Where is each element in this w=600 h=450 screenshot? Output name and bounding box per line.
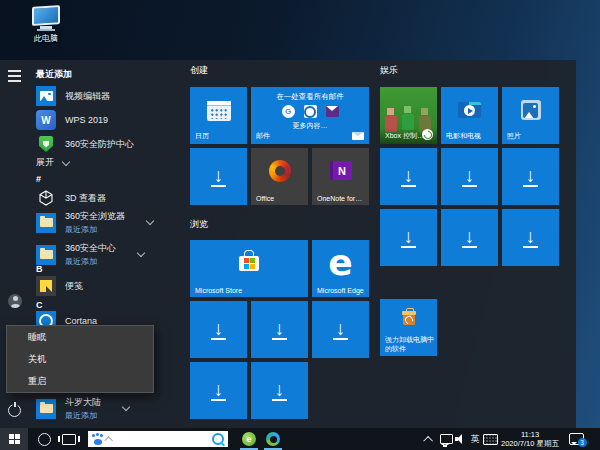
task-view-button[interactable] [60,428,78,450]
expand-button[interactable]: 展开 [36,156,178,169]
tile-onenote[interactable]: N OneNote for… [312,148,369,205]
tile-download-pending[interactable]: ↓ [312,301,369,358]
movies-tv-icon [458,102,481,118]
this-pc-icon [24,6,68,31]
start-button[interactable] [0,428,28,450]
tile-download-pending[interactable]: ↓ [441,148,498,205]
tile-download-pending[interactable]: ↓ [502,209,559,266]
video-editor-icon [36,86,56,106]
download-arrow-icon: ↓ [251,301,308,358]
group-header-entertainment: 娱乐 [380,64,398,77]
baidu-search-box[interactable] [88,431,228,447]
tray-network-button[interactable] [438,428,454,450]
cortana-button[interactable] [36,428,52,450]
tile-office[interactable]: Office [251,148,308,205]
app-row-video-editor[interactable]: 视频编辑器 [36,86,178,106]
tray-volume-button[interactable] [454,428,468,450]
clock-date: 2020/7/10 星期五 [501,439,559,448]
download-arrow-icon: ↓ [190,362,247,419]
browser-360-icon: e [242,432,256,446]
photos-icon [521,100,541,120]
tile-photos[interactable]: 照片 [502,87,559,144]
chevron-up-icon [423,435,433,445]
app-row-3d-viewer[interactable]: 3D 查看器 [36,188,178,208]
taskbar-360-safety-button[interactable] [264,428,282,450]
download-arrow-icon: ↓ [380,148,437,205]
group-header-browse: 浏览 [190,218,208,231]
uninstaller-bin-icon [400,309,418,325]
network-icon [440,434,453,444]
app-row-douluo-folder[interactable]: 斗罗大陆 最近添加 [36,396,178,421]
sticky-note-icon [36,276,56,296]
download-arrow-icon: ↓ [251,362,308,419]
tile-download-pending[interactable]: ↓ [190,301,247,358]
app-row-360-security-center-folder[interactable]: 360安全中心 最近添加 [36,242,178,267]
this-pc-desktop-icon[interactable]: 此电脑 [24,6,68,44]
folder-icon [36,399,56,419]
cube-icon [36,188,56,208]
user-avatar-icon [8,294,22,308]
tray-ime-button[interactable]: 英 [468,428,482,450]
download-arrow-icon: ↓ [312,301,369,358]
edge-logo-icon: e [312,242,369,283]
app-row-360-browser-folder[interactable]: 360安全浏览器 最近添加 [36,210,178,235]
folder-icon [36,213,56,233]
speaker-icon [455,434,467,444]
xbox-avatar-figure [401,106,414,130]
swirl-360-icon [266,432,280,446]
section-letter: C [36,300,43,310]
download-arrow-icon: ↓ [380,209,437,266]
tile-xbox[interactable]: Xbox 控制… [380,87,437,144]
hamburger-menu-button[interactable] [8,70,24,86]
task-view-icon [62,434,76,445]
power-button[interactable] [8,404,24,420]
onenote-logo-icon: N [330,161,352,180]
purple-mail-icon [326,106,339,117]
tile-microsoft-edge[interactable]: e Microsoft Edge [312,240,369,297]
menu-item-restart[interactable]: 重启 [7,370,153,392]
section-letter: B [36,264,43,274]
section-letter: # [36,174,41,184]
chevron-down-icon [137,249,145,257]
clock-time: 11:13 [521,430,539,439]
shield-icon [36,134,56,154]
tray-clock[interactable]: 11:13 2020/7/10 星期五 [498,428,562,450]
download-arrow-icon: ↓ [502,148,559,205]
keyboard-icon [483,434,498,445]
baidu-paw-icon [92,434,104,445]
tile-download-pending[interactable]: ↓ [380,148,437,205]
office-logo-icon [269,160,291,182]
tile-download-pending[interactable]: ↓ [380,209,437,266]
app-row-360-security-guard[interactable]: 360安全防护中心 [36,134,178,154]
menu-item-sleep[interactable]: 睡眠 [7,326,153,348]
tile-download-pending[interactable]: ↓ [190,362,247,419]
app-row-sticky-notes[interactable]: 便笺 [36,276,178,296]
tile-force-uninstaller[interactable]: 强力卸载电脑中 的软件 [380,299,437,356]
tile-download-pending[interactable]: ↓ [251,362,308,419]
notification-bubble-icon: 3 [569,433,584,445]
tile-download-pending[interactable]: ↓ [441,209,498,266]
download-arrow-icon: ↓ [502,209,559,266]
tile-calendar[interactable]: 日历 [190,87,247,144]
taskbar-360-browser-button[interactable]: e [240,428,258,450]
tile-download-pending[interactable]: ↓ [251,301,308,358]
app-row-wps-2019[interactable]: W WPS 2019 [36,110,178,130]
tile-download-pending[interactable]: ↓ [502,148,559,205]
screen: 此电脑 最近添加 视频编辑器 W WPS 2019 360安全防护中心 展开 [0,0,600,450]
taskbar: e 英 11:13 2020/7/10 星期五 3 [0,428,600,450]
recent-added-header: 最近添加 [36,68,72,81]
menu-item-shutdown[interactable]: 关机 [7,348,153,370]
action-center-button[interactable]: 3 [566,428,586,450]
download-arrow-icon: ↓ [190,148,247,205]
tile-download-pending[interactable]: ↓ [190,148,247,205]
tile-movies-tv[interactable]: 电影和电视 [441,87,498,144]
ime-indicator: 英 [471,433,480,446]
envelope-icon [352,132,364,140]
tray-touch-keyboard-button[interactable] [482,428,498,450]
tile-mail[interactable]: 在一处查看所有邮件 G 更多内容… 邮件 [251,87,369,144]
search-magnifier-icon[interactable] [212,433,224,445]
user-account-button[interactable] [8,294,24,310]
tile-microsoft-store[interactable]: Microsoft Store [190,240,308,297]
folder-icon [36,245,56,265]
tray-show-hidden-icons[interactable] [422,428,436,450]
